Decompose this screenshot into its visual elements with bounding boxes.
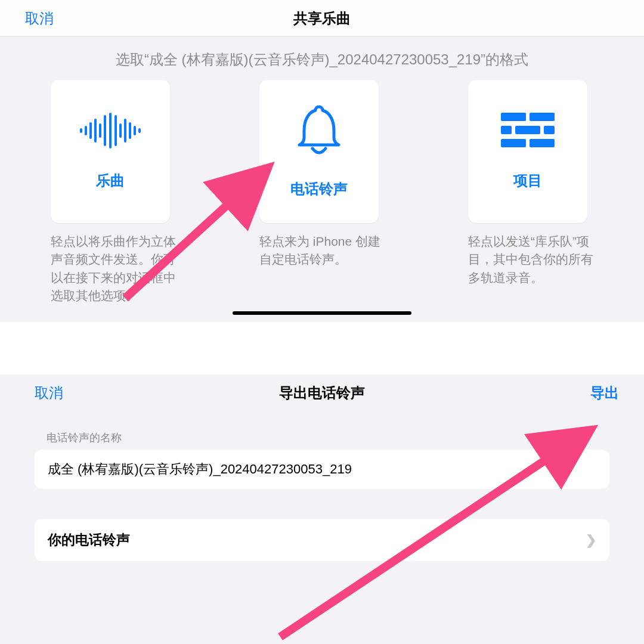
your-ringtones-label: 你的电话铃声 xyxy=(48,531,130,549)
nav-bar-top: 取消 共享乐曲 xyxy=(0,0,644,37)
card-song-label: 乐曲 xyxy=(96,171,125,190)
ringtone-name-label: 电话铃声的名称 xyxy=(0,411,644,450)
svg-rect-15 xyxy=(501,126,512,134)
card-song-desc: 轻点以将乐曲作为立体声音频文件发送。你可以在接下来的对话框中选取其他选项。 xyxy=(51,233,176,305)
ringtone-name-input[interactable]: 成全 (林宥嘉版)(云音乐铃声)_20240427230053_219 xyxy=(35,450,609,489)
svg-rect-14 xyxy=(530,113,555,121)
card-song[interactable]: 乐曲 xyxy=(51,80,170,223)
cancel-button[interactable]: 取消 xyxy=(25,9,54,28)
card-project[interactable]: 项目 xyxy=(468,80,587,223)
svg-rect-17 xyxy=(544,126,555,134)
card-project-desc: 轻点以发送“库乐队”项目，其中包含你的所有多轨道录音。 xyxy=(468,233,593,287)
panel-divider xyxy=(0,322,644,374)
share-song-panel: 取消 共享乐曲 选取“成全 (林宥嘉版)(云音乐铃声)_202404272300… xyxy=(0,0,644,322)
format-cards: 乐曲 轻点以将乐曲作为立体声音频文件发送。你可以在接下来的对话框中选取其他选项。… xyxy=(0,80,644,305)
svg-rect-19 xyxy=(530,139,555,147)
card-column-song: 乐曲 轻点以将乐曲作为立体声音频文件发送。你可以在接下来的对话框中选取其他选项。 xyxy=(51,80,176,305)
tracks-icon xyxy=(501,113,555,151)
card-ringtone-label: 电话铃声 xyxy=(290,179,348,199)
svg-rect-13 xyxy=(501,113,526,121)
svg-rect-18 xyxy=(501,139,526,147)
card-ringtone[interactable]: 电话铃声 xyxy=(259,80,379,223)
page-title-2: 导出电话铃声 xyxy=(279,383,365,402)
your-ringtones-row[interactable]: 你的电话铃声 ❯ xyxy=(35,519,609,561)
export-ringtone-panel: 取消 导出电话铃声 导出 电话铃声的名称 成全 (林宥嘉版)(云音乐铃声)_20… xyxy=(0,374,644,644)
card-column-ringtone: 电话铃声 轻点来为 iPhone 创建自定电话铃声。 xyxy=(259,80,385,305)
chevron-right-icon: ❯ xyxy=(586,532,596,548)
card-ringtone-desc: 轻点来为 iPhone 创建自定电话铃声。 xyxy=(259,233,385,269)
nav-bar-bottom: 取消 导出电话铃声 导出 xyxy=(0,374,644,411)
cancel-button-2[interactable]: 取消 xyxy=(35,383,63,402)
format-prompt: 选取“成全 (林宥嘉版)(云音乐铃声)_20240427230053_219”的… xyxy=(0,37,644,80)
page-title: 共享乐曲 xyxy=(293,9,351,28)
export-button[interactable]: 导出 xyxy=(590,383,619,402)
home-indicator xyxy=(233,311,411,315)
card-project-label: 项目 xyxy=(513,171,542,190)
svg-rect-16 xyxy=(515,126,540,134)
waveform-icon xyxy=(78,113,143,151)
bell-icon xyxy=(295,104,343,159)
card-column-project: 项目 轻点以发送“库乐队”项目，其中包含你的所有多轨道录音。 xyxy=(468,80,593,305)
